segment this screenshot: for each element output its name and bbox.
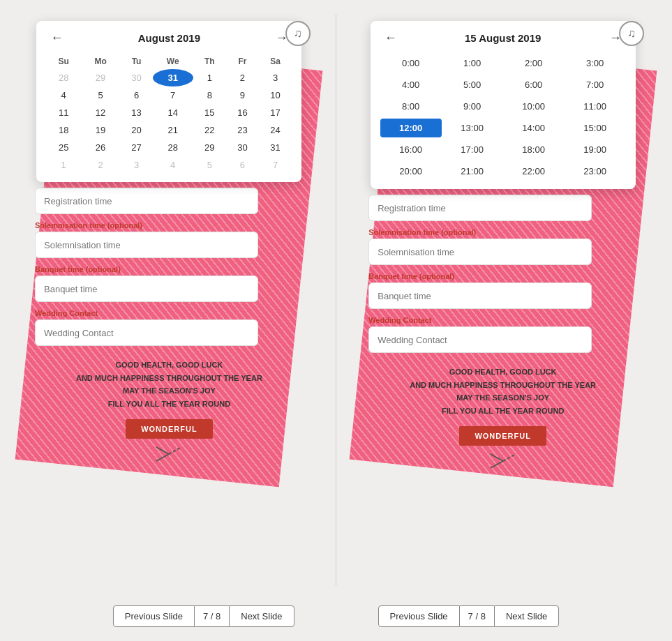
cal-day[interactable]: 5	[81, 86, 120, 104]
time-cell[interactable]: 8:00	[380, 97, 442, 116]
cal-day[interactable]: 31	[153, 69, 193, 86]
time-cell[interactable]: 7:00	[565, 75, 626, 94]
time-cell[interactable]: 16:00	[380, 140, 442, 159]
wonderful-btn-2[interactable]: WONDERFUL	[459, 426, 546, 446]
navigation-bar: Previous Slide 7 / 8 Next Slide Previous…	[113, 605, 559, 627]
time-cell[interactable]: 23:00	[565, 162, 626, 181]
time-picker-header: ← 15 August 2019 →	[380, 29, 626, 47]
prev-slide-btn-2[interactable]: Previous Slide	[378, 605, 460, 627]
cal-day[interactable]: 15	[193, 104, 226, 121]
cal-day[interactable]: 8	[193, 86, 226, 104]
cal-day[interactable]: 7	[153, 86, 193, 104]
time-cell[interactable]: 6:00	[503, 75, 565, 94]
slide-2: ♫ ← 15 August 2019 → 0:001:002:003:004:0…	[348, 14, 658, 586]
cal-day[interactable]: 27	[120, 139, 153, 156]
wedding-contact-input-2[interactable]	[368, 326, 592, 353]
time-cell[interactable]: 22:00	[503, 162, 565, 181]
cal-day[interactable]: 6	[226, 156, 259, 174]
cal-day[interactable]: 1	[193, 69, 226, 86]
time-cell[interactable]: 3:00	[565, 54, 626, 73]
registration-input-1[interactable]	[35, 188, 258, 214]
next-slide-btn-1[interactable]: Next Slide	[229, 605, 294, 627]
solemnisation-input-1[interactable]	[35, 232, 258, 258]
cal-day[interactable]: 30	[226, 139, 259, 156]
cal-day[interactable]: 29	[81, 69, 120, 86]
prev-slide-btn-1[interactable]: Previous Slide	[113, 605, 195, 627]
cal-day[interactable]: 3	[120, 156, 153, 174]
music-icon-1[interactable]: ♫	[285, 21, 311, 46]
cal-day[interactable]: 18	[46, 121, 81, 139]
prev-month-arrow[interactable]: ←	[46, 29, 67, 47]
time-cell[interactable]: 21:00	[442, 162, 503, 181]
cal-day[interactable]: 4	[153, 156, 193, 174]
cal-day[interactable]: 24	[259, 121, 292, 139]
cal-day[interactable]: 13	[120, 104, 153, 121]
banquet-input-1[interactable]	[35, 276, 258, 302]
cal-day[interactable]: 30	[120, 69, 153, 86]
time-picker-popup: ← 15 August 2019 → 0:001:002:003:004:005…	[371, 21, 636, 189]
cal-day[interactable]: 31	[259, 139, 292, 156]
time-cell[interactable]: 18:00	[503, 140, 565, 159]
registration-input-2[interactable]	[368, 195, 592, 221]
time-cell[interactable]: 0:00	[380, 54, 442, 73]
time-cell[interactable]: 1:00	[442, 54, 503, 73]
cal-day[interactable]: 2	[226, 69, 259, 86]
cal-day[interactable]: 1	[46, 156, 81, 174]
time-cell[interactable]: 19:00	[565, 140, 626, 159]
time-grid: 0:001:002:003:004:005:006:007:008:009:00…	[380, 54, 626, 181]
cal-day[interactable]: 14	[153, 104, 193, 121]
cal-day[interactable]: 26	[81, 139, 120, 156]
time-cell[interactable]: 14:00	[503, 119, 565, 137]
cal-day[interactable]: 6	[120, 86, 153, 104]
time-cell[interactable]: 9:00	[442, 97, 503, 116]
time-cell[interactable]: 5:00	[442, 75, 503, 94]
time-cell[interactable]: 13:00	[442, 119, 503, 137]
cal-day[interactable]: 11	[46, 104, 81, 121]
banquet-input-2[interactable]	[368, 282, 592, 309]
calendar-month-title: August 2019	[138, 32, 200, 44]
time-cell[interactable]: 20:00	[380, 162, 442, 181]
time-cell[interactable]: 15:00	[565, 119, 626, 137]
time-cell[interactable]: 4:00	[380, 75, 442, 94]
music-icon-2[interactable]: ♫	[619, 21, 644, 46]
wedding-contact-label-1: Wedding Contact	[35, 309, 304, 317]
cal-day[interactable]: 25	[46, 139, 81, 156]
page-indicator-1: 7 / 8	[195, 605, 229, 627]
next-slide-btn-2[interactable]: Next Slide	[494, 605, 559, 627]
cal-day[interactable]: 4	[46, 86, 81, 104]
cal-day[interactable]: 22	[193, 121, 226, 139]
cal-day[interactable]: 16	[226, 104, 259, 121]
wedding-contact-section-2: Wedding Contact	[368, 316, 637, 353]
time-cell[interactable]: 10:00	[503, 97, 565, 116]
cal-day[interactable]: 28	[46, 69, 81, 86]
cal-day[interactable]: 7	[259, 156, 292, 174]
cal-day[interactable]: 20	[120, 121, 153, 139]
wedding-contact-section-1: Wedding Contact	[35, 309, 304, 346]
cal-day[interactable]: 21	[153, 121, 193, 139]
cal-day[interactable]: 10	[259, 86, 292, 104]
cal-day[interactable]: 19	[81, 121, 120, 139]
cal-day[interactable]: 5	[193, 156, 226, 174]
time-cell[interactable]: 2:00	[503, 54, 565, 73]
cal-day[interactable]: 29	[193, 139, 226, 156]
weekday-th: Th	[193, 54, 226, 69]
cal-day[interactable]: 23	[226, 121, 259, 139]
weekday-tu: Tu	[120, 54, 153, 69]
cal-day[interactable]: 2	[81, 156, 120, 174]
weekday-fr: Fr	[226, 54, 259, 69]
svg-line-2	[169, 447, 181, 454]
cal-day[interactable]: 12	[81, 104, 120, 121]
solemnisation-input-2[interactable]	[368, 239, 592, 265]
prev-day-arrow[interactable]: ←	[380, 29, 401, 47]
time-cell[interactable]: 17:00	[442, 140, 503, 159]
time-cell[interactable]: 12:00	[380, 119, 442, 137]
calendar-grid: Su Mo Tu We Th Fr Sa 2829303112345678910…	[46, 54, 292, 174]
cal-day[interactable]: 9	[226, 86, 259, 104]
wedding-contact-input-1[interactable]	[35, 319, 258, 346]
weekday-su: Su	[46, 54, 81, 69]
cal-day[interactable]: 28	[153, 139, 193, 156]
wonderful-btn-1[interactable]: WONDERFUL	[126, 419, 213, 439]
cal-day[interactable]: 17	[259, 104, 292, 121]
time-cell[interactable]: 11:00	[565, 97, 626, 116]
cal-day[interactable]: 3	[259, 69, 292, 86]
